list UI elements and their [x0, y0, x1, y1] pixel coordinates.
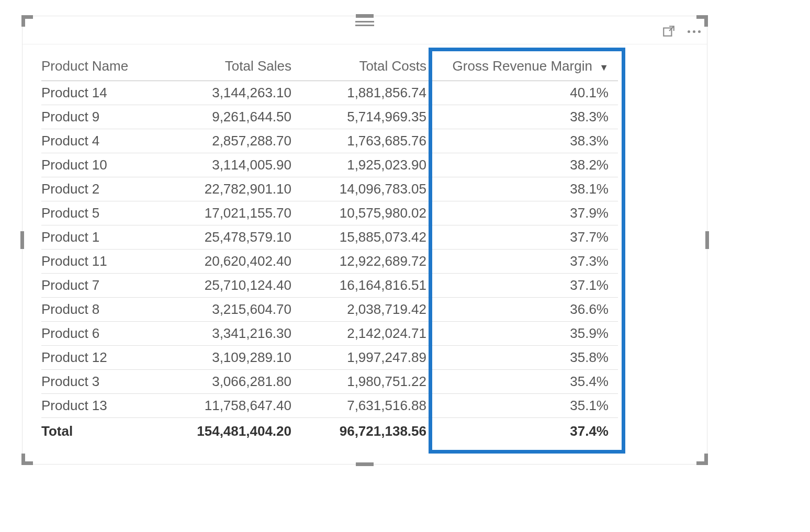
visual-header-actions: [661, 24, 702, 39]
column-header-label: Total Costs: [359, 58, 426, 74]
table-row[interactable]: Product 125,478,579.1015,885,073.4237.7%: [41, 225, 618, 250]
column-header-total-costs[interactable]: Total Costs: [301, 53, 436, 81]
cell-total-costs: 14,096,783.05: [301, 177, 436, 201]
column-header-product-name[interactable]: Product Name: [41, 53, 166, 81]
cell-gross-revenue-margin: 35.9%: [436, 322, 618, 346]
table-total-row: Total154,481,404.2096,721,138.5637.4%: [41, 418, 618, 444]
cell-product-name: Product 5: [41, 201, 166, 225]
column-header-label: Product Name: [41, 58, 128, 74]
cell-total-costs: 1,881,856.74: [301, 81, 436, 105]
table-row[interactable]: Product 143,144,263.101,881,856.7440.1%: [41, 81, 618, 105]
cell-product-name: Product 14: [41, 81, 166, 105]
cell-product-name: Product 3: [41, 370, 166, 394]
sort-descending-icon: ▼: [599, 62, 609, 73]
cell-total-sales: 20,620,402.40: [166, 250, 301, 274]
more-options-button[interactable]: [686, 24, 702, 39]
column-header-label: Gross Revenue Margin: [453, 58, 592, 74]
cell-gross-revenue-margin: 37.3%: [436, 250, 618, 274]
cell-total-sales: 25,478,579.10: [166, 225, 301, 250]
table-row[interactable]: Product 222,782,901.1014,096,783.0538.1%: [41, 177, 618, 201]
cell-product-name: Product 9: [41, 105, 166, 129]
table-header-row: Product Name Total Sales Total Costs Gro…: [41, 53, 618, 81]
cell-gross-revenue-margin: 36.6%: [436, 298, 618, 322]
table-row[interactable]: Product 725,710,124.4016,164,816.5137.1%: [41, 274, 618, 298]
cell-total-costs: 12,922,689.72: [301, 250, 436, 274]
cell-total-sales: 22,782,901.10: [166, 177, 301, 201]
cell-total-costs: 2,142,024.71: [301, 322, 436, 346]
cell-product-name: Product 8: [41, 298, 166, 322]
cell-gross-revenue-margin: 38.1%: [436, 177, 618, 201]
cell-gross-revenue-margin: 35.1%: [436, 394, 618, 418]
table-row[interactable]: Product 1311,758,647.407,631,516.8835.1%: [41, 394, 618, 418]
cell-gross-revenue-margin: 37.9%: [436, 201, 618, 225]
cell-total-sales: 9,261,644.50: [166, 105, 301, 129]
cell-total-sales: 3,341,216.30: [166, 322, 301, 346]
cell-total-costs: 5,714,969.35: [301, 105, 436, 129]
cell-product-name: Product 2: [41, 177, 166, 201]
cell-total-sales: 3,144,263.10: [166, 81, 301, 105]
visual-header: [22, 16, 707, 44]
table-row[interactable]: Product 517,021,155.7010,575,980.0237.9%: [41, 201, 618, 225]
cell-total-costs: 10,575,980.02: [301, 201, 436, 225]
cell-total-sales: 3,215,604.70: [166, 298, 301, 322]
cell-total-sales: 11,758,647.40: [166, 394, 301, 418]
table-row[interactable]: Product 1120,620,402.4012,922,689.7237.3…: [41, 250, 618, 274]
table-row[interactable]: Product 33,066,281.801,980,751.2235.4%: [41, 370, 618, 394]
cell-gross-revenue-margin: 35.4%: [436, 370, 618, 394]
cell-product-name: Product 1: [41, 225, 166, 250]
column-header-total-sales[interactable]: Total Sales: [166, 53, 301, 81]
total-label: Total: [41, 418, 166, 444]
cell-total-costs: 15,885,073.42: [301, 225, 436, 250]
cell-total-costs: 1,980,751.22: [301, 370, 436, 394]
resize-handle-bottom-left[interactable]: [21, 461, 33, 465]
cell-gross-revenue-margin: 38.3%: [436, 129, 618, 153]
cell-product-name: Product 11: [41, 250, 166, 274]
data-table: Product Name Total Sales Total Costs Gro…: [41, 53, 618, 443]
cell-product-name: Product 12: [41, 346, 166, 370]
ellipsis-icon: [688, 30, 701, 33]
cell-total-costs: 1,997,247.89: [301, 346, 436, 370]
table-row[interactable]: Product 63,341,216.302,142,024.7135.9%: [41, 322, 618, 346]
cell-gross-revenue-margin: 37.1%: [436, 274, 618, 298]
cell-total-costs: 1,763,685.76: [301, 129, 436, 153]
table-row[interactable]: Product 42,857,288.701,763,685.7638.3%: [41, 129, 618, 153]
cell-product-name: Product 10: [41, 153, 166, 177]
table-row[interactable]: Product 103,114,005.901,925,023.9038.2%: [41, 153, 618, 177]
cell-product-name: Product 6: [41, 322, 166, 346]
cell-gross-revenue-margin: 38.2%: [436, 153, 618, 177]
total-margin: 37.4%: [436, 418, 618, 444]
cell-total-sales: 17,021,155.70: [166, 201, 301, 225]
cell-total-costs: 16,164,816.51: [301, 274, 436, 298]
cell-total-costs: 7,631,516.88: [301, 394, 436, 418]
cell-total-sales: 2,857,288.70: [166, 129, 301, 153]
cell-gross-revenue-margin: 37.7%: [436, 225, 618, 250]
cell-total-sales: 3,109,289.10: [166, 346, 301, 370]
resize-handle-bottom[interactable]: [356, 462, 374, 466]
total-sales: 154,481,404.20: [166, 418, 301, 444]
cell-gross-revenue-margin: 35.8%: [436, 346, 618, 370]
column-header-gross-revenue-margin[interactable]: Gross Revenue Margin ▼: [436, 53, 618, 81]
cell-total-sales: 25,710,124.40: [166, 274, 301, 298]
table-row[interactable]: Product 123,109,289.101,997,247.8935.8%: [41, 346, 618, 370]
resize-handle-bottom-right[interactable]: [696, 461, 708, 465]
table-row[interactable]: Product 99,261,644.505,714,969.3538.3%: [41, 105, 618, 129]
table-visual-container[interactable]: Product Name Total Sales Total Costs Gro…: [22, 16, 707, 465]
table-area: Product Name Total Sales Total Costs Gro…: [22, 44, 707, 443]
cell-total-costs: 2,038,719.42: [301, 298, 436, 322]
cell-product-name: Product 13: [41, 394, 166, 418]
cell-product-name: Product 4: [41, 129, 166, 153]
focus-mode-icon: [662, 25, 676, 38]
cell-total-sales: 3,066,281.80: [166, 370, 301, 394]
cell-gross-revenue-margin: 40.1%: [436, 81, 618, 105]
total-costs: 96,721,138.56: [301, 418, 436, 444]
cell-total-costs: 1,925,023.90: [301, 153, 436, 177]
drag-grip-icon[interactable]: [354, 19, 375, 28]
cell-gross-revenue-margin: 38.3%: [436, 105, 618, 129]
cell-total-sales: 3,114,005.90: [166, 153, 301, 177]
focus-mode-button[interactable]: [661, 24, 677, 39]
column-header-label: Total Sales: [225, 58, 291, 74]
table-row[interactable]: Product 83,215,604.702,038,719.4236.6%: [41, 298, 618, 322]
cell-product-name: Product 7: [41, 274, 166, 298]
